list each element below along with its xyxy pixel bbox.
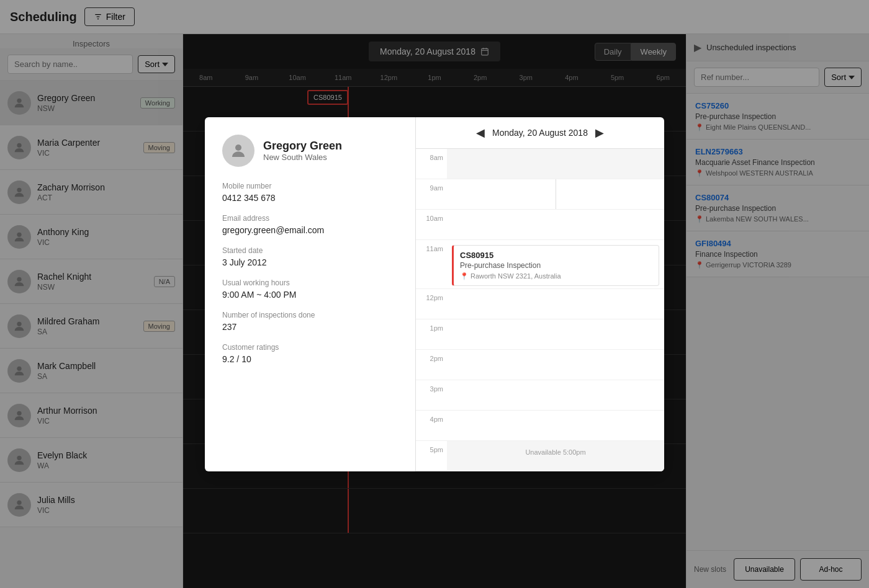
- modal-time-content: CS80915 Pre-purchase Inspection 📍 Rawort…: [447, 240, 664, 288]
- svg-point-19: [235, 145, 241, 151]
- modal-email-value: gregory.green@email.com: [222, 225, 398, 235]
- location-icon: 📍: [460, 272, 469, 280]
- modal-inspection-location: 📍 Raworth NSW 2321, Australia: [460, 272, 652, 280]
- avatar-icon: [229, 141, 248, 160]
- modal-mobile-label: Mobile number: [222, 182, 398, 190]
- modal-time-label: 12pm: [416, 289, 447, 306]
- modal-time-row: 3pm: [416, 380, 664, 411]
- modal-started: Started date 3 July 2012: [222, 246, 398, 267]
- modal-time-row: 4pm: [416, 411, 664, 441]
- modal-started-label: Started date: [222, 246, 398, 255]
- modal-inspection-type: Pre-purchase Inspection: [460, 261, 652, 270]
- modal-ratings: Customer ratings 9.2 / 10: [222, 343, 398, 364]
- modal-time-content: [447, 350, 664, 380]
- prev-day-btn[interactable]: ◀: [476, 126, 485, 140]
- modal-time-label: 3pm: [416, 380, 447, 398]
- modal-hours: Usual working hours 9:00 AM ~ 4:00 PM: [222, 278, 398, 300]
- modal-time-content: [447, 319, 664, 349]
- modal-time-row: 9am: [416, 179, 664, 210]
- modal-time-label: 9am: [416, 179, 447, 197]
- modal-time-row: 11am CS80915 Pre-purchase Inspection 📍 R…: [416, 240, 664, 289]
- modal-time-row: 10am: [416, 210, 664, 240]
- modal-hours-label: Usual working hours: [222, 278, 398, 287]
- modal-started-value: 3 July 2012: [222, 257, 398, 267]
- modal-time-row: 1pm: [416, 319, 664, 350]
- modal-email: Email address gregory.green@email.com: [222, 214, 398, 235]
- modal-hours-value: 9:00 AM ~ 4:00 PM: [222, 290, 398, 300]
- modal-inspector-header: Gregory Green New South Wales: [222, 135, 398, 167]
- modal-left: Gregory Green New South Wales Mobile num…: [205, 117, 416, 471]
- modal-inspector-state: New South Wales: [263, 153, 342, 162]
- modal-schedule: 8am9am10am11am CS80915 Pre-purchase Insp…: [416, 149, 664, 471]
- modal-inspections-label: Number of inspections done: [222, 311, 398, 319]
- modal-inspection-ref: CS80915: [460, 251, 652, 260]
- modal-inspection-block[interactable]: CS80915 Pre-purchase Inspection 📍 Rawort…: [452, 245, 659, 286]
- modal-date-text: Monday, 20 August 2018: [492, 128, 588, 138]
- modal-time-content: [447, 210, 664, 239]
- modal-time-content: [447, 289, 664, 319]
- modal-time-label: 10am: [416, 210, 447, 227]
- modal-time-content: Unavailable 5:00pm: [447, 441, 664, 471]
- modal-overlay[interactable]: Gregory Green New South Wales Mobile num…: [0, 0, 869, 588]
- modal-ratings-label: Customer ratings: [222, 343, 398, 352]
- modal-time-content: [447, 149, 664, 179]
- modal-time-label: 1pm: [416, 319, 447, 337]
- modal-email-label: Email address: [222, 214, 398, 223]
- modal-inspections-value: 237: [222, 322, 398, 332]
- modal-time-label: 11am: [416, 240, 447, 257]
- modal-inspector-name: Gregory Green: [263, 140, 342, 153]
- modal-time-row: 8am: [416, 149, 664, 179]
- modal-right: ◀ Monday, 20 August 2018 ▶ 8am9am10am11a…: [416, 117, 664, 471]
- inspector-modal: Gregory Green New South Wales Mobile num…: [205, 117, 664, 471]
- modal-inspections-done: Number of inspections done 237: [222, 311, 398, 332]
- modal-mobile: Mobile number 0412 345 678: [222, 182, 398, 203]
- modal-time-row: 12pm: [416, 289, 664, 319]
- modal-time-label: 2pm: [416, 350, 447, 367]
- modal-time-row: 2pm: [416, 350, 664, 380]
- modal-ratings-value: 9.2 / 10: [222, 354, 398, 364]
- modal-time-label: 8am: [416, 149, 447, 166]
- modal-date-nav: ◀ Monday, 20 August 2018 ▶: [416, 117, 664, 149]
- modal-time-content: [447, 179, 664, 209]
- next-day-btn[interactable]: ▶: [595, 126, 604, 140]
- modal-time-label: 5pm: [416, 441, 447, 458]
- modal-time-content: [447, 411, 664, 440]
- modal-time-label: 4pm: [416, 411, 447, 428]
- modal-mobile-value: 0412 345 678: [222, 193, 398, 203]
- modal-avatar: [222, 135, 254, 167]
- modal-time-row: 5pmUnavailable 5:00pm: [416, 441, 664, 471]
- modal-time-content: [447, 380, 664, 410]
- unavailable-label: Unavailable 5:00pm: [452, 443, 659, 461]
- modal-inspector-info: Gregory Green New South Wales: [263, 140, 342, 162]
